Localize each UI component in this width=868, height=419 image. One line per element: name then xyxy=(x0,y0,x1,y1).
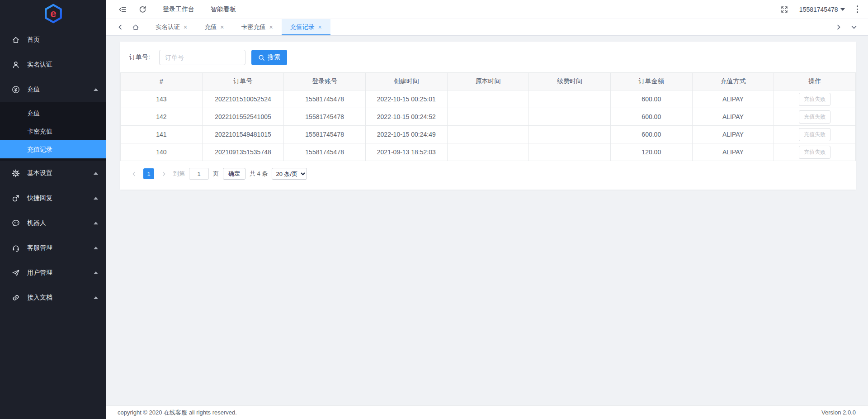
recharge-submenu: 充值 卡密充值 充值记录 xyxy=(0,102,106,161)
table-cell: 140 xyxy=(121,143,203,161)
tabs-menu-chevron-down-icon[interactable] xyxy=(846,19,862,35)
sidebar-item-label: 接入文档 xyxy=(27,294,52,302)
tab-recharge[interactable]: 充值 × xyxy=(196,19,232,35)
content: 订单号: 搜索 # 订单号 登录账号 创建时间 原本时间 xyxy=(106,36,868,405)
sidebar-item-label: 客服管理 xyxy=(27,244,52,252)
collapse-arrow-icon xyxy=(94,172,98,175)
svg-text:e: e xyxy=(50,7,56,19)
caret-down-icon xyxy=(840,8,845,11)
collapse-arrow-icon xyxy=(94,88,98,91)
table-cell: ALIPAY xyxy=(692,90,774,108)
topbar: 登录工作台 智能看板 15581745478 xyxy=(106,0,868,19)
order-no-input[interactable] xyxy=(159,50,245,65)
table-row: 142 2022101552541005 15581745478 2022-10… xyxy=(121,108,856,126)
footer: copyright © 2020 在线客服 all rights reserve… xyxy=(106,405,868,419)
col-header: # xyxy=(121,73,203,90)
table-cell: ALIPAY xyxy=(692,108,774,126)
table-cell xyxy=(529,108,611,126)
collapse-arrow-icon xyxy=(94,197,98,200)
table-cell: 600.00 xyxy=(610,108,692,126)
link-icon xyxy=(12,294,20,302)
tabs-scroll-left-icon[interactable] xyxy=(113,19,128,35)
sidebar-item-docs[interactable]: 接入文档 xyxy=(0,285,106,310)
table-cell: 15581745478 xyxy=(284,126,366,143)
table-cell xyxy=(529,90,611,108)
sidebar-item-service-mgmt[interactable]: 客服管理 xyxy=(0,235,106,260)
table-row: 143 2022101510052524 15581745478 2022-10… xyxy=(121,90,856,108)
table-cell: 142 xyxy=(121,108,203,126)
table-cell: 2022101549481015 xyxy=(202,126,284,143)
recharge-failed-button[interactable]: 充值失败 xyxy=(799,110,830,124)
refresh-icon[interactable] xyxy=(138,5,146,14)
sidebar-item-robot[interactable]: 机器人 xyxy=(0,210,106,235)
account-number: 15581745478 xyxy=(799,6,838,13)
collapse-sidebar-icon[interactable] xyxy=(118,5,127,14)
records-panel: 订单号: 搜索 # 订单号 登录账号 创建时间 原本时间 xyxy=(120,42,856,190)
tab-home-icon[interactable] xyxy=(128,19,143,35)
sidebar-item-user-mgmt[interactable]: 用户管理 xyxy=(0,260,106,285)
close-icon[interactable]: × xyxy=(318,24,322,30)
topbar-menu-workbench[interactable]: 登录工作台 xyxy=(163,5,194,14)
gear-icon xyxy=(12,169,20,177)
tabbar-right xyxy=(831,19,862,35)
tab-list: 实名认证 × 充值 × 卡密充值 × 充值记录 × xyxy=(147,19,330,35)
yen-circle-icon xyxy=(12,86,20,94)
page-size-select[interactable]: 20 条/页 xyxy=(272,168,307,180)
close-icon[interactable]: × xyxy=(184,24,187,30)
sidebar-item-label: 机器人 xyxy=(27,219,46,227)
topbar-right: 15581745478 xyxy=(780,5,859,14)
table-cell: ALIPAY xyxy=(692,126,774,143)
close-icon[interactable]: × xyxy=(269,24,273,30)
next-page-icon[interactable] xyxy=(158,168,169,179)
tab-card-recharge[interactable]: 卡密充值 × xyxy=(232,19,281,35)
total-count-label: 共 4 条 xyxy=(250,170,268,178)
fullscreen-icon[interactable] xyxy=(780,5,788,14)
table-cell: 15581745478 xyxy=(284,143,366,161)
confirm-button[interactable]: 确定 xyxy=(223,168,245,180)
pagination: 1 到第 页 确定 共 4 条 20 条/页 xyxy=(120,161,856,180)
sidebar-item-home[interactable]: 首页 xyxy=(0,27,106,52)
home-icon xyxy=(12,36,20,44)
logo-hexagon-icon: e xyxy=(43,4,63,24)
goto-page-input[interactable] xyxy=(189,168,209,180)
recharge-failed-button[interactable]: 充值失败 xyxy=(799,146,830,159)
table-cell: 600.00 xyxy=(610,126,692,143)
sidebar-item-realname[interactable]: 实名认证 xyxy=(0,52,106,77)
sidebar-item-label: 基本设置 xyxy=(27,169,52,177)
more-menu-icon[interactable] xyxy=(856,5,859,14)
table-cell xyxy=(447,143,529,161)
col-header: 原本时间 xyxy=(447,73,529,90)
sidebar-item-label: 快捷回复 xyxy=(27,194,52,202)
table-cell: 15581745478 xyxy=(284,108,366,126)
recharge-failed-button[interactable]: 充值失败 xyxy=(799,128,830,141)
close-icon[interactable]: × xyxy=(220,24,224,30)
tab-realname[interactable]: 实名认证 × xyxy=(147,19,196,35)
sidebar-item-label: 用户管理 xyxy=(27,269,52,277)
table-cell: 充值失败 xyxy=(774,108,856,126)
goto-prefix-label: 到第 xyxy=(173,170,185,178)
collapse-arrow-icon xyxy=(94,296,98,299)
table-cell xyxy=(447,108,529,126)
tabs-scroll-right-icon[interactable] xyxy=(831,19,846,35)
copyright-text: copyright © 2020 在线客服 all rights reserve… xyxy=(118,409,237,417)
table-cell xyxy=(447,126,529,143)
sidebar-item-recharge[interactable]: 充值 xyxy=(0,77,106,102)
table-cell xyxy=(447,90,529,108)
sidebar-subitem-recharge[interactable]: 充值 xyxy=(0,104,106,122)
col-header: 订单金额 xyxy=(610,73,692,90)
prev-page-icon[interactable] xyxy=(128,168,139,179)
search-button[interactable]: 搜索 xyxy=(251,50,287,65)
sidebar-item-quick-reply[interactable]: 快捷回复 xyxy=(0,186,106,210)
col-header: 续费时间 xyxy=(529,73,611,90)
topbar-menu-dashboard[interactable]: 智能看板 xyxy=(211,5,236,14)
sidebar-item-basic-settings[interactable]: 基本设置 xyxy=(0,161,106,186)
sidebar-subitem-card-recharge[interactable]: 卡密充值 xyxy=(0,122,106,140)
sidebar-subitem-recharge-records[interactable]: 充值记录 xyxy=(0,140,106,158)
account-dropdown[interactable]: 15581745478 xyxy=(799,6,845,13)
paper-plane-icon xyxy=(12,269,20,277)
recharge-failed-button[interactable]: 充值失败 xyxy=(799,93,830,106)
logo: e xyxy=(0,0,106,27)
page-number-button[interactable]: 1 xyxy=(143,168,154,179)
goto-suffix-label: 页 xyxy=(213,170,219,178)
tab-recharge-records[interactable]: 充值记录 × xyxy=(282,19,330,35)
